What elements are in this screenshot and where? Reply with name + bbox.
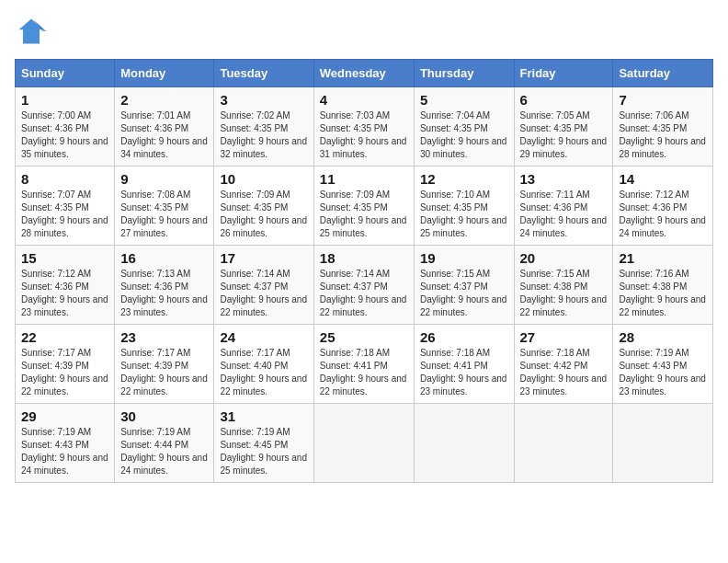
calendar-cell: 14 Sunrise: 7:12 AM Sunset: 4:36 PM Dayl…: [613, 167, 713, 246]
day-number: 8: [21, 171, 108, 187]
day-number: 30: [120, 408, 208, 424]
day-detail: Sunrise: 7:17 AM Sunset: 4:39 PM Dayligh…: [120, 347, 208, 398]
week-row-1: 8 Sunrise: 7:07 AM Sunset: 4:35 PM Dayli…: [16, 167, 713, 246]
day-detail: Sunrise: 7:05 AM Sunset: 4:35 PM Dayligh…: [520, 109, 608, 161]
calendar-cell: 12 Sunrise: 7:10 AM Sunset: 4:35 PM Dayl…: [414, 167, 514, 246]
calendar-cell: 17 Sunrise: 7:14 AM Sunset: 4:37 PM Dayl…: [214, 246, 313, 325]
day-number: 16: [120, 250, 208, 266]
calendar-cell: 4 Sunrise: 7:03 AM Sunset: 4:35 PM Dayli…: [313, 87, 414, 167]
logo: [15, 15, 53, 48]
header-friday: Friday: [514, 60, 613, 87]
day-detail: Sunrise: 7:12 AM Sunset: 4:36 PM Dayligh…: [619, 189, 707, 240]
day-detail: Sunrise: 7:18 AM Sunset: 4:41 PM Dayligh…: [320, 347, 408, 398]
day-detail: Sunrise: 7:04 AM Sunset: 4:35 PM Dayligh…: [420, 109, 508, 161]
day-number: 10: [220, 171, 307, 187]
day-detail: Sunrise: 7:10 AM Sunset: 4:35 PM Dayligh…: [420, 189, 508, 240]
calendar-cell: 5 Sunrise: 7:04 AM Sunset: 4:35 PM Dayli…: [414, 87, 514, 167]
day-number: 1: [21, 92, 108, 108]
calendar-cell: [414, 404, 514, 483]
header-row: SundayMondayTuesdayWednesdayThursdayFrid…: [16, 60, 713, 87]
day-detail: Sunrise: 7:18 AM Sunset: 4:42 PM Dayligh…: [520, 347, 608, 398]
day-detail: Sunrise: 7:09 AM Sunset: 4:35 PM Dayligh…: [220, 189, 307, 240]
day-detail: Sunrise: 7:19 AM Sunset: 4:43 PM Dayligh…: [619, 347, 707, 398]
day-detail: Sunrise: 7:14 AM Sunset: 4:37 PM Dayligh…: [220, 268, 307, 319]
day-detail: Sunrise: 7:14 AM Sunset: 4:37 PM Dayligh…: [320, 268, 408, 319]
day-number: 14: [619, 171, 707, 187]
calendar-cell: 27 Sunrise: 7:18 AM Sunset: 4:42 PM Dayl…: [514, 325, 613, 404]
day-number: 19: [420, 250, 508, 266]
day-number: 31: [220, 408, 307, 424]
day-detail: Sunrise: 7:00 AM Sunset: 4:36 PM Dayligh…: [21, 109, 108, 161]
calendar-cell: 23 Sunrise: 7:17 AM Sunset: 4:39 PM Dayl…: [115, 325, 214, 404]
calendar-cell: 16 Sunrise: 7:13 AM Sunset: 4:36 PM Dayl…: [115, 246, 214, 325]
calendar-cell: 13 Sunrise: 7:11 AM Sunset: 4:36 PM Dayl…: [514, 167, 613, 246]
calendar-cell: 31 Sunrise: 7:19 AM Sunset: 4:45 PM Dayl…: [214, 404, 313, 483]
day-number: 2: [120, 92, 208, 108]
day-detail: Sunrise: 7:18 AM Sunset: 4:41 PM Dayligh…: [420, 347, 508, 398]
day-detail: Sunrise: 7:15 AM Sunset: 4:38 PM Dayligh…: [520, 268, 608, 319]
calendar-cell: 25 Sunrise: 7:18 AM Sunset: 4:41 PM Dayl…: [313, 325, 414, 404]
calendar-cell: 29 Sunrise: 7:19 AM Sunset: 4:43 PM Dayl…: [16, 404, 115, 483]
header-saturday: Saturday: [613, 60, 713, 87]
calendar-cell: 22 Sunrise: 7:17 AM Sunset: 4:39 PM Dayl…: [16, 325, 115, 404]
week-row-0: 1 Sunrise: 7:00 AM Sunset: 4:36 PM Dayli…: [16, 87, 713, 167]
day-number: 22: [21, 329, 108, 345]
day-number: 5: [420, 92, 508, 108]
day-detail: Sunrise: 7:13 AM Sunset: 4:36 PM Dayligh…: [120, 268, 208, 319]
day-number: 6: [520, 92, 608, 108]
day-detail: Sunrise: 7:17 AM Sunset: 4:39 PM Dayligh…: [21, 347, 108, 398]
day-number: 28: [619, 329, 707, 345]
day-detail: Sunrise: 7:08 AM Sunset: 4:35 PM Dayligh…: [120, 189, 208, 240]
day-detail: Sunrise: 7:06 AM Sunset: 4:35 PM Dayligh…: [619, 109, 707, 161]
week-row-4: 29 Sunrise: 7:19 AM Sunset: 4:43 PM Dayl…: [16, 404, 713, 483]
day-detail: Sunrise: 7:07 AM Sunset: 4:35 PM Dayligh…: [21, 189, 108, 240]
calendar-cell: 20 Sunrise: 7:15 AM Sunset: 4:38 PM Dayl…: [514, 246, 613, 325]
header-thursday: Thursday: [414, 60, 514, 87]
svg-marker-0: [19, 19, 44, 44]
day-number: 21: [619, 250, 707, 266]
calendar-cell: 1 Sunrise: 7:00 AM Sunset: 4:36 PM Dayli…: [16, 87, 115, 167]
header-tuesday: Tuesday: [214, 60, 313, 87]
calendar-table: SundayMondayTuesdayWednesdayThursdayFrid…: [15, 59, 713, 483]
calendar-cell: 9 Sunrise: 7:08 AM Sunset: 4:35 PM Dayli…: [115, 167, 214, 246]
calendar-cell: 24 Sunrise: 7:17 AM Sunset: 4:40 PM Dayl…: [214, 325, 313, 404]
day-detail: Sunrise: 7:19 AM Sunset: 4:44 PM Dayligh…: [120, 426, 208, 477]
calendar-cell: [313, 404, 414, 483]
calendar-cell: 26 Sunrise: 7:18 AM Sunset: 4:41 PM Dayl…: [414, 325, 514, 404]
day-number: 18: [320, 250, 408, 266]
day-number: 9: [120, 171, 208, 187]
calendar-cell: 3 Sunrise: 7:02 AM Sunset: 4:35 PM Dayli…: [214, 87, 313, 167]
day-detail: Sunrise: 7:12 AM Sunset: 4:36 PM Dayligh…: [21, 268, 108, 319]
day-detail: Sunrise: 7:15 AM Sunset: 4:37 PM Dayligh…: [420, 268, 508, 319]
header-sunday: Sunday: [16, 60, 115, 87]
day-number: 15: [21, 250, 108, 266]
calendar-cell: 6 Sunrise: 7:05 AM Sunset: 4:35 PM Dayli…: [514, 87, 613, 167]
day-detail: Sunrise: 7:02 AM Sunset: 4:35 PM Dayligh…: [220, 109, 307, 161]
calendar-cell: 7 Sunrise: 7:06 AM Sunset: 4:35 PM Dayli…: [613, 87, 713, 167]
day-number: 23: [120, 329, 208, 345]
day-detail: Sunrise: 7:16 AM Sunset: 4:38 PM Dayligh…: [619, 268, 707, 319]
calendar-cell: 21 Sunrise: 7:16 AM Sunset: 4:38 PM Dayl…: [613, 246, 713, 325]
calendar-cell: 19 Sunrise: 7:15 AM Sunset: 4:37 PM Dayl…: [414, 246, 514, 325]
day-number: 20: [520, 250, 608, 266]
day-number: 4: [320, 92, 408, 108]
calendar-cell: [613, 404, 713, 483]
day-detail: Sunrise: 7:09 AM Sunset: 4:35 PM Dayligh…: [320, 189, 408, 240]
day-detail: Sunrise: 7:01 AM Sunset: 4:36 PM Dayligh…: [120, 109, 208, 161]
day-detail: Sunrise: 7:03 AM Sunset: 4:35 PM Dayligh…: [320, 109, 408, 161]
day-number: 25: [320, 329, 408, 345]
day-detail: Sunrise: 7:19 AM Sunset: 4:43 PM Dayligh…: [21, 426, 108, 477]
page-header: [15, 15, 713, 48]
header-monday: Monday: [115, 60, 214, 87]
calendar-cell: [514, 404, 613, 483]
calendar-cell: 18 Sunrise: 7:14 AM Sunset: 4:37 PM Dayl…: [313, 246, 414, 325]
day-detail: Sunrise: 7:17 AM Sunset: 4:40 PM Dayligh…: [220, 347, 307, 398]
day-number: 29: [21, 408, 108, 424]
day-number: 17: [220, 250, 307, 266]
day-number: 12: [420, 171, 508, 187]
day-number: 3: [220, 92, 307, 108]
calendar-cell: 10 Sunrise: 7:09 AM Sunset: 4:35 PM Dayl…: [214, 167, 313, 246]
week-row-2: 15 Sunrise: 7:12 AM Sunset: 4:36 PM Dayl…: [16, 246, 713, 325]
week-row-3: 22 Sunrise: 7:17 AM Sunset: 4:39 PM Dayl…: [16, 325, 713, 404]
day-number: 27: [520, 329, 608, 345]
